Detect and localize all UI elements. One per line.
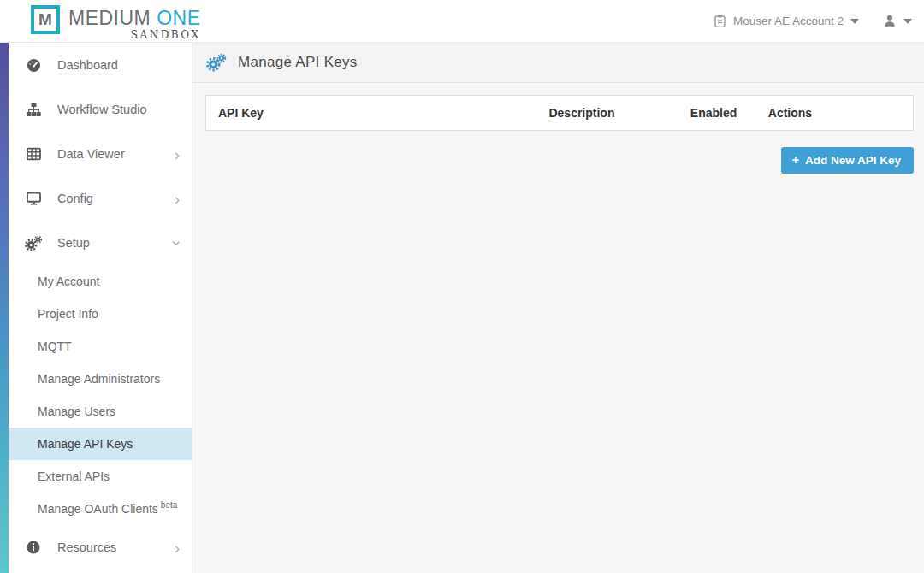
sidebar-item-dashboard[interactable]: Dashboard — [9, 43, 192, 87]
cogs-icon — [204, 53, 227, 72]
column-header-actions: Actions — [765, 96, 914, 131]
caret-down-icon — [850, 19, 859, 24]
sidebar-item-config[interactable]: Config › — [9, 176, 192, 221]
main-content: Manage API Keys API Key Description Enab… — [192, 43, 924, 573]
sidebar-item-project-info[interactable]: Project Info — [9, 298, 192, 330]
add-button-label: Add New API Key — [805, 154, 901, 167]
sitemap-icon — [24, 102, 43, 117]
brand-text: MEDIUM ONE SANDBOX — [68, 2, 201, 41]
sidebar-item-mqtt[interactable]: MQTT — [9, 330, 192, 363]
chevron-down-icon: › — [169, 240, 185, 245]
sidebar-item-manage-api-keys[interactable]: Manage API Keys — [9, 428, 192, 460]
brand-primary: MEDIUM — [68, 7, 151, 29]
sidebar-item-label: Manage OAuth Clients — [38, 502, 158, 516]
sidebar-item-my-account[interactable]: My Account — [9, 265, 192, 298]
medium-one-logo[interactable]: M MEDIUM ONE SANDBOX — [31, 2, 201, 41]
sidebar-item-label: Setup — [57, 236, 175, 250]
brand-secondary: ONE — [157, 7, 200, 29]
brand-subtitle: SANDBOX — [131, 29, 201, 41]
sidebar-item-label: Dashboard — [57, 58, 180, 72]
account-name: Mouser AE Account 2 — [733, 15, 844, 27]
sidebar-gradient-strip — [0, 43, 9, 573]
sidebar-item-label: Resources — [57, 541, 175, 554]
caret-down-icon — [903, 19, 912, 24]
column-header-enabled: Enabled — [687, 96, 765, 131]
add-new-api-key-button[interactable]: +Add New API Key — [781, 147, 914, 174]
plus-icon: + — [792, 153, 799, 167]
page-title: Manage API Keys — [238, 54, 358, 71]
sidebar-item-manage-users[interactable]: Manage Users — [9, 395, 192, 428]
table-icon — [24, 146, 43, 162]
chevron-right-icon: › — [175, 540, 180, 556]
clipboard-icon — [714, 14, 726, 28]
info-icon — [24, 540, 43, 555]
sidebar-item-manage-oauth-clients[interactable]: Manage OAuth Clients beta — [9, 493, 192, 525]
sidebar-item-data-viewer[interactable]: Data Viewer › — [9, 132, 192, 176]
button-row: +Add New API Key — [192, 147, 924, 174]
sidebar-item-manage-administrators[interactable]: Manage Administrators — [9, 363, 192, 395]
account-selector[interactable]: Mouser AE Account 2 — [714, 14, 859, 28]
sidebar-item-label: Workflow Studio — [57, 103, 180, 116]
sidebar-item-label: Data Viewer — [57, 147, 175, 161]
sidebar-item-external-apis[interactable]: External APIs — [9, 460, 192, 493]
user-menu[interactable] — [883, 14, 912, 28]
m-logo-icon: M — [31, 5, 60, 34]
column-header-description: Description — [545, 96, 686, 131]
sidebar-item-resources[interactable]: Resources › — [9, 525, 192, 570]
sidebar-item-workflow-studio[interactable]: Workflow Studio — [9, 87, 192, 132]
page-header: Manage API Keys — [192, 43, 924, 83]
beta-badge: beta — [161, 500, 177, 510]
top-navbar: M MEDIUM ONE SANDBOX Mouser AE Account 2 — [0, 0, 924, 43]
api-keys-table: API Key Description Enabled Actions — [205, 95, 914, 131]
cogs-icon — [24, 235, 43, 251]
user-icon — [883, 14, 897, 28]
desktop-icon — [24, 191, 43, 206]
table-header-row: API Key Description Enabled Actions — [206, 96, 914, 131]
sidebar: Dashboard Workflow Studio — [0, 43, 192, 573]
sidebar-item-label: Config — [57, 192, 175, 205]
column-header-api-key: API Key — [206, 96, 546, 131]
sidebar-item-setup[interactable]: Setup › — [9, 221, 192, 265]
chevron-right-icon: › — [175, 146, 180, 162]
tachometer-icon — [24, 57, 43, 74]
chevron-right-icon: › — [175, 191, 180, 207]
